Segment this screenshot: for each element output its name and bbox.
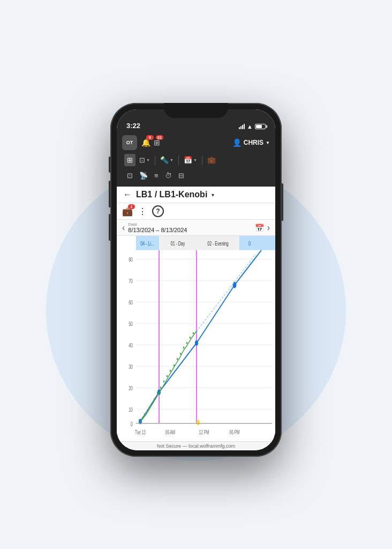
x-label-12pm: 12 PM — [199, 429, 209, 435]
y-label-40: 40 — [129, 342, 133, 348]
svg-point-16 — [142, 417, 143, 419]
yellow-dot — [197, 420, 200, 425]
svg-point-18 — [147, 409, 148, 411]
y-label-20: 20 — [129, 384, 133, 391]
y-label-70: 70 — [129, 277, 133, 284]
back-button[interactable]: ← — [123, 190, 132, 199]
side-button-power — [282, 183, 283, 221]
side-button-mute — [109, 157, 110, 173]
svg-rect-0 — [117, 236, 275, 441]
svg-point-23 — [163, 380, 164, 382]
flashlight-icon: 🔦 — [160, 156, 169, 164]
wifi-icon: ▲ — [247, 123, 253, 130]
blue-dot-2 — [157, 389, 161, 395]
briefcase-badge-wrapper[interactable]: 💼 2 — [122, 206, 133, 217]
toolbar-divider-2 — [178, 155, 179, 165]
blue-dot-3 — [195, 340, 198, 346]
bell-badge: 9 — [146, 135, 154, 140]
x-label-6pm: 06 PM — [230, 429, 240, 435]
grid-badge: 61 — [156, 135, 163, 140]
svg-point-27 — [177, 358, 178, 360]
shift-0-band — [239, 236, 275, 250]
more-options-icon[interactable]: ⋮ — [138, 206, 147, 217]
side-button-vol-up — [109, 181, 110, 207]
svg-point-24 — [167, 375, 168, 377]
toolbar-row-2: ⊡ 📡 ≡ ⏱ ⊟ — [122, 168, 270, 183]
nav-dropdown-arrow[interactable]: ▾ — [212, 192, 214, 198]
tb-dashboard-btn[interactable]: ⊞ — [124, 154, 135, 166]
phone-screen: 3:22 ▲ OT — [117, 109, 275, 450]
y-label-50: 50 — [129, 320, 133, 327]
tb-briefcase-btn[interactable]: 💼 — [205, 154, 218, 166]
x-label-tue: Tue 13 — [135, 429, 146, 435]
phone-notch — [164, 103, 228, 118]
app-header: OT 🔔 9 ⊞ 61 👤 CHRIS — [117, 133, 275, 187]
date-bar: ‹ Date 8/13/2024 – 8/13/2024 📅 › — [117, 220, 275, 236]
shift-02-label: 02 - Evening — [207, 240, 228, 247]
help-icon[interactable]: ? — [152, 205, 164, 217]
battery-fill — [256, 125, 262, 128]
status-time: 3:22 — [126, 122, 140, 130]
svg-point-29 — [183, 346, 184, 348]
user-name: CHRIS — [244, 139, 263, 146]
svg-point-19 — [150, 404, 152, 406]
svg-point-22 — [160, 387, 161, 389]
grid-notification[interactable]: ⊞ 61 — [154, 138, 160, 147]
svg-point-17 — [144, 413, 145, 416]
date-info: Date 8/13/2024 – 8/13/2024 — [128, 222, 251, 233]
nav-bar: ← LB1 / LB1-Kenobi ▾ — [117, 187, 275, 203]
svg-point-20 — [154, 398, 155, 400]
date-label: Date — [128, 222, 251, 227]
y-label-10: 10 — [129, 406, 133, 413]
svg-point-30 — [186, 342, 187, 344]
toolbar-divider-1 — [155, 155, 155, 165]
tb-calendar-btn[interactable]: 📅 ▼ — [181, 154, 200, 166]
y-label-60: 60 — [129, 299, 133, 306]
chart-svg: 04 - Li... 01 - Day 02 - Evening 0 — [117, 236, 275, 441]
notification-group: 🔔 9 ⊞ 61 — [141, 138, 160, 147]
y-label-80: 80 — [129, 256, 133, 263]
tb-flashlight-btn[interactable]: 🔦 ▼ — [157, 154, 176, 166]
calendar-icon: 📅 — [184, 156, 192, 164]
svg-point-26 — [174, 364, 175, 366]
svg-point-31 — [190, 337, 191, 339]
y-label-30: 30 — [129, 363, 133, 370]
phone-wrapper: 3:22 ▲ OT — [110, 103, 282, 457]
user-avatar-icon: 👤 — [232, 138, 242, 147]
y-label-0: 0 — [131, 420, 133, 427]
date-calendar-icon[interactable]: 📅 — [255, 224, 264, 232]
phone-frame: 3:22 ▲ OT — [110, 103, 282, 457]
date-next-button[interactable]: › — [267, 223, 270, 233]
tb-antenna-btn[interactable]: 📡 — [137, 169, 150, 182]
tb-layout-icon: ⊡ — [139, 156, 145, 164]
shift-0-label: 0 — [248, 240, 251, 247]
tb-layout-btn[interactable]: ⊡ ▼ — [137, 154, 153, 166]
side-button-vol-down — [109, 214, 110, 241]
nav-title: LB1 / LB1-Kenobi — [136, 190, 207, 199]
url-bar: Not Secure — local.wolframmfg.com — [117, 441, 275, 450]
ot-logo[interactable]: OT — [122, 135, 137, 150]
svg-point-32 — [193, 332, 194, 335]
date-prev-button[interactable]: ‹ — [122, 223, 125, 233]
tb-filter-btn[interactable]: ≡ — [152, 169, 161, 182]
tb-cal-arrow: ▼ — [193, 158, 197, 162]
bell-notification[interactable]: 🔔 9 — [141, 138, 150, 147]
shift-01-label: 01 - Day — [171, 240, 185, 247]
user-section[interactable]: 👤 CHRIS ▼ — [232, 138, 270, 147]
tb-timer-btn[interactable]: ⏱ — [162, 169, 175, 182]
tb-minus-btn[interactable]: ⊟ — [176, 169, 187, 182]
tb-layout-arrow: ▼ — [146, 158, 150, 162]
tb-monitor-btn[interactable]: ⊡ — [124, 169, 135, 182]
toolbar-divider-3 — [202, 155, 202, 165]
shift-04-label: 04 - Li... — [140, 240, 154, 247]
date-value: 8/13/2024 – 8/13/2024 — [128, 227, 251, 233]
chart-area: 04 - Li... 01 - Day 02 - Evening 0 — [117, 236, 275, 441]
svg-point-25 — [170, 369, 171, 372]
svg-point-21 — [157, 392, 158, 394]
header-row1: OT 🔔 9 ⊞ 61 👤 CHRIS — [122, 135, 270, 150]
tb-flash-arrow: ▼ — [170, 158, 174, 162]
briefcase-count-badge: 2 — [128, 204, 135, 209]
status-icons: ▲ — [239, 123, 266, 130]
url-text: Not Secure — local.wolframmfg.com — [157, 443, 235, 449]
battery-icon — [255, 124, 266, 129]
